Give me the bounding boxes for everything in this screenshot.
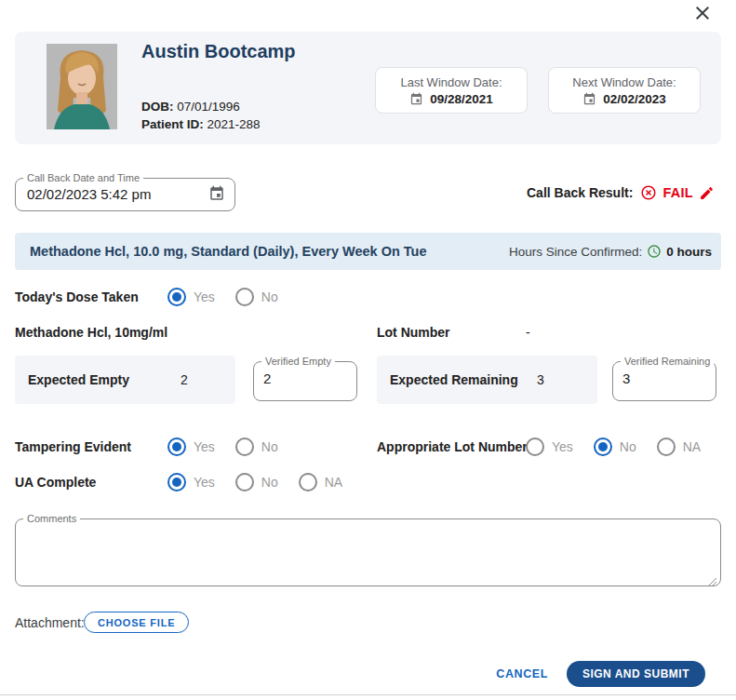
callback-datetime-field: Call Back Date and Time xyxy=(15,173,235,211)
edit-result-icon[interactable] xyxy=(699,185,715,201)
calendar-icon xyxy=(409,92,423,106)
appropriate-lot-no-radio[interactable] xyxy=(594,438,612,456)
expected-remaining-value: 3 xyxy=(537,372,544,387)
dose-taken-label: Today's Dose Taken xyxy=(15,286,139,308)
callback-dialog: Austin Bootcamp DOB: 07/01/1996 Patient … xyxy=(0,0,736,700)
cancel-button[interactable]: CANCEL xyxy=(496,667,548,680)
tampering-no-label: No xyxy=(261,439,278,454)
appropriate-lot-radio-group: Yes No NA xyxy=(526,436,701,458)
appropriate-lot-no-label: No xyxy=(620,439,636,454)
ua-complete-radio-group: Yes No NA xyxy=(167,471,342,493)
expected-empty-box: Expected Empty 2 xyxy=(15,356,235,404)
lot-number-label: Lot Number xyxy=(377,321,450,343)
callback-datetime-label: Call Back Date and Time xyxy=(23,173,143,183)
patient-dob-row: DOB: 07/01/1996 xyxy=(141,100,240,114)
ua-complete-no-radio[interactable] xyxy=(235,473,254,491)
callback-datetime-input[interactable] xyxy=(27,186,208,202)
comments-textarea[interactable] xyxy=(16,524,720,572)
choose-file-button[interactable]: CHOOSE FILE xyxy=(84,612,189,633)
verified-remaining-label: Verified Remaining xyxy=(621,357,714,367)
sign-and-submit-button[interactable]: SIGN AND SUBMIT xyxy=(567,661,705,687)
dialog-bottom-edge xyxy=(0,694,736,695)
verified-empty-input[interactable] xyxy=(263,370,347,386)
ua-complete-yes-label: Yes xyxy=(194,475,215,490)
dose-taken-no-radio[interactable] xyxy=(235,288,254,306)
calendar-icon xyxy=(582,92,596,106)
appropriate-lot-na-label: NA xyxy=(683,439,701,454)
dose-taken-radio-group: Yes No xyxy=(167,286,278,308)
comments-label: Comments xyxy=(23,514,80,524)
dob-label: DOB: xyxy=(141,100,174,114)
footer-actions: CANCEL SIGN AND SUBMIT xyxy=(496,661,705,687)
verified-remaining-input[interactable] xyxy=(622,370,706,386)
fail-circle-x-icon xyxy=(640,184,657,201)
tampering-radio-group: Yes No xyxy=(167,436,278,458)
ua-complete-no-label: No xyxy=(261,475,278,490)
last-window-date: 09/28/2021 xyxy=(430,92,493,106)
hours-since-label: Hours Since Confirmed: xyxy=(509,245,642,259)
dose-taken-yes-label: Yes xyxy=(194,289,215,304)
tampering-no-radio[interactable] xyxy=(235,438,254,456)
tampering-yes-radio[interactable] xyxy=(167,438,186,456)
patient-id-label: Patient ID: xyxy=(141,117,204,131)
next-window-date-card: Next Window Date: 02/02/2023 xyxy=(548,67,701,114)
dose-taken-yes-radio[interactable] xyxy=(167,288,186,306)
patient-header-card: Austin Bootcamp DOB: 07/01/1996 Patient … xyxy=(15,32,721,144)
callback-result-value: FAIL xyxy=(662,185,693,200)
hours-since-value: 0 hours xyxy=(666,245,712,259)
comments-field: Comments xyxy=(15,514,721,586)
tampering-label: Tampering Evident xyxy=(15,436,131,458)
expected-empty-label: Expected Empty xyxy=(28,372,129,387)
callback-result-row: Call Back Result: FAIL xyxy=(527,182,715,203)
ua-complete-label: UA Complete xyxy=(15,471,96,493)
patient-photo xyxy=(47,44,117,129)
calendar-picker-icon[interactable] xyxy=(208,185,225,202)
dose-summary-bar: Methadone Hcl, 10.0 mg, Standard (Daily)… xyxy=(15,233,721,270)
resize-grip-icon[interactable] xyxy=(708,573,717,583)
verified-empty-label: Verified Empty xyxy=(261,357,335,367)
callback-result-label: Call Back Result: xyxy=(527,185,633,200)
appropriate-lot-na-radio[interactable] xyxy=(657,438,676,456)
next-window-label: Next Window Date: xyxy=(572,75,676,89)
close-icon[interactable] xyxy=(691,2,714,24)
dose-taken-no-label: No xyxy=(261,289,278,304)
expected-remaining-box: Expected Remaining 3 xyxy=(377,356,597,404)
patient-id-value: 2021-288 xyxy=(207,117,261,131)
last-window-label: Last Window Date: xyxy=(400,75,502,89)
tampering-yes-label: Yes xyxy=(194,439,215,454)
patient-id-row: Patient ID: 2021-288 xyxy=(141,117,261,131)
verified-empty-field: Verified Empty xyxy=(253,357,357,401)
verified-remaining-field: Verified Remaining xyxy=(612,357,716,401)
expected-remaining-label: Expected Remaining xyxy=(390,372,518,387)
patient-name: Austin Bootcamp xyxy=(141,41,296,62)
medication-label: Methadone Hcl, 10mg/ml xyxy=(15,321,167,343)
clock-icon xyxy=(647,244,662,259)
last-window-date-card: Last Window Date: 09/28/2021 xyxy=(375,67,528,114)
ua-complete-yes-radio[interactable] xyxy=(167,473,186,491)
appropriate-lot-yes-radio[interactable] xyxy=(526,438,544,456)
appropriate-lot-yes-label: Yes xyxy=(552,439,573,454)
expected-empty-value: 2 xyxy=(181,372,188,387)
ua-complete-na-label: NA xyxy=(325,475,342,490)
dob-value: 07/01/1996 xyxy=(177,100,240,114)
attachment-label: Attachment: xyxy=(15,612,85,633)
lot-number-value: - xyxy=(526,321,530,343)
next-window-date: 02/02/2023 xyxy=(603,92,666,106)
ua-complete-na-radio[interactable] xyxy=(299,473,317,491)
dose-summary-text: Methadone Hcl, 10.0 mg, Standard (Daily)… xyxy=(30,244,509,259)
appropriate-lot-label: Appropriate Lot Number xyxy=(377,436,528,458)
